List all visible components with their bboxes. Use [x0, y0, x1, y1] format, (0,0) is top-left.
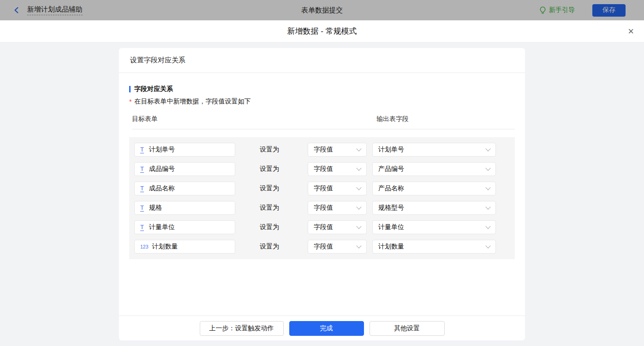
set-as-label: 设置为 — [260, 243, 279, 251]
text-field-icon: T — [140, 185, 144, 192]
value-mode-value: 字段值 — [314, 243, 333, 251]
topbar: 新增计划成品辅助 表单数据提交 新手引导 保存 — [0, 0, 644, 20]
modal-title: 新增数据 - 常规模式 — [287, 26, 357, 36]
target-field[interactable]: T 计量单位 — [134, 220, 235, 234]
output-field-select[interactable]: 计划数量 — [372, 240, 496, 254]
number-field-icon: 123 — [140, 244, 149, 249]
output-field-select[interactable]: 产品编号 — [372, 162, 496, 176]
mapping-row: T 规格 设置为 字段值 规格型号 — [134, 201, 510, 215]
section-title: 字段对应关系 — [129, 85, 515, 93]
topbar-actions: 新手引导 保存 — [539, 4, 626, 17]
output-field-value: 规格型号 — [378, 204, 404, 212]
required-asterisk: * — [129, 98, 131, 105]
output-field-value: 计划单号 — [378, 146, 404, 154]
modal-header: 新增数据 - 常规模式 × — [0, 20, 644, 42]
chevron-down-icon — [485, 224, 490, 229]
mapping-row: T 计量单位 设置为 字段值 计量单位 — [134, 220, 510, 234]
section-title-label: 字段对应关系 — [134, 85, 173, 93]
column-header-output: 输出表字段 — [376, 115, 409, 123]
field-mapping-card: 设置字段对应关系 字段对应关系 * 在目标表单中新增数据，字段值设置如下 目标表… — [119, 48, 525, 340]
target-field-label: 成品名称 — [149, 184, 175, 193]
chevron-down-icon — [356, 224, 361, 229]
set-as-label: 设置为 — [260, 165, 279, 173]
chevron-down-icon — [356, 165, 361, 170]
value-mode-value: 字段值 — [314, 165, 333, 173]
value-mode-select[interactable]: 字段值 — [308, 182, 367, 195]
value-mode-select[interactable]: 字段值 — [308, 201, 367, 215]
workflow-title[interactable]: 新增计划成品辅助 — [27, 5, 83, 15]
output-field-select[interactable]: 产品名称 — [372, 182, 496, 195]
topbar-center-title: 表单数据提交 — [301, 6, 343, 15]
chevron-down-icon — [485, 185, 490, 190]
set-as-label: 设置为 — [260, 184, 279, 193]
value-mode-select[interactable]: 字段值 — [308, 143, 367, 157]
chevron-down-icon — [485, 243, 490, 248]
guide-label: 新手引导 — [549, 6, 575, 14]
modal-body: 设置字段对应关系 字段对应关系 * 在目标表单中新增数据，字段值设置如下 目标表… — [0, 42, 644, 346]
column-headers: 目标表单 输出表字段 — [132, 115, 515, 129]
prev-step-button[interactable]: 上一步：设置触发动作 — [200, 321, 284, 336]
back-button[interactable] — [13, 6, 20, 14]
output-field-select[interactable]: 计划单号 — [372, 143, 496, 157]
text-field-icon: T — [140, 224, 144, 231]
target-field[interactable]: 123 计划数量 — [134, 240, 235, 254]
value-mode-value: 字段值 — [314, 204, 333, 212]
close-icon[interactable]: × — [628, 26, 634, 36]
target-field[interactable]: T 成品编号 — [134, 162, 235, 176]
target-field[interactable]: T 规格 — [134, 201, 235, 215]
set-as-label: 设置为 — [260, 204, 279, 212]
text-field-icon: T — [140, 146, 144, 153]
beginner-guide-link[interactable]: 新手引导 — [539, 6, 575, 14]
output-field-select[interactable]: 计量单位 — [372, 220, 496, 234]
output-field-value: 计划数量 — [378, 243, 404, 251]
target-field-label: 规格 — [149, 204, 162, 212]
card-header-title: 设置字段对应关系 — [119, 48, 525, 73]
save-button[interactable]: 保存 — [592, 4, 626, 17]
chevron-down-icon — [356, 204, 361, 209]
other-settings-button[interactable]: 其他设置 — [370, 321, 445, 336]
value-mode-value: 字段值 — [314, 146, 333, 154]
done-button[interactable]: 完成 — [289, 321, 364, 336]
output-field-value: 计量单位 — [378, 223, 404, 231]
chevron-down-icon — [356, 243, 361, 248]
column-header-target: 目标表单 — [132, 115, 158, 122]
card-content: 字段对应关系 * 在目标表单中新增数据，字段值设置如下 目标表单 输出表字段 T… — [119, 73, 525, 316]
target-field-label: 成品编号 — [149, 165, 175, 173]
chevron-left-icon — [13, 6, 20, 14]
set-as-label: 设置为 — [260, 223, 279, 231]
mapping-row: T 成品编号 设置为 字段值 产品编号 — [134, 162, 510, 176]
output-field-value: 产品编号 — [378, 165, 404, 173]
target-field-label: 计量单位 — [149, 223, 175, 231]
chevron-down-icon — [485, 204, 490, 209]
output-field-value: 产品名称 — [378, 184, 404, 193]
target-field[interactable]: T 成品名称 — [134, 182, 235, 195]
value-mode-select[interactable]: 字段值 — [308, 240, 367, 254]
section-accent-bar — [129, 86, 131, 92]
set-as-label: 设置为 — [260, 146, 279, 154]
mapping-row: 123 计划数量 设置为 字段值 计划数量 — [134, 240, 510, 254]
chevron-down-icon — [485, 146, 490, 151]
value-mode-select[interactable]: 字段值 — [308, 162, 367, 176]
chevron-down-icon — [356, 146, 361, 151]
lightbulb-icon — [539, 6, 546, 14]
value-mode-select[interactable]: 字段值 — [308, 220, 367, 234]
required-note-text: 在目标表单中新增数据，字段值设置如下 — [134, 97, 250, 106]
mapping-rows: T 计划单号 设置为 字段值 计划单号 T 成品编号 设置为 字段值 产品编号 … — [129, 137, 515, 259]
chevron-down-icon — [485, 165, 490, 170]
card-footer: 上一步：设置触发动作 完成 其他设置 — [119, 316, 525, 340]
target-field-label: 计划数量 — [152, 243, 178, 251]
output-field-select[interactable]: 规格型号 — [372, 201, 496, 215]
mapping-row: T 成品名称 设置为 字段值 产品名称 — [134, 182, 510, 195]
text-field-icon: T — [140, 166, 144, 173]
required-note: * 在目标表单中新增数据，字段值设置如下 — [129, 97, 515, 106]
chevron-down-icon — [356, 185, 361, 190]
target-field[interactable]: T 计划单号 — [134, 143, 235, 157]
target-field-label: 计划单号 — [149, 146, 175, 154]
value-mode-value: 字段值 — [314, 223, 333, 231]
text-field-icon: T — [140, 205, 144, 212]
value-mode-value: 字段值 — [314, 184, 333, 193]
mapping-row: T 计划单号 设置为 字段值 计划单号 — [134, 143, 510, 157]
